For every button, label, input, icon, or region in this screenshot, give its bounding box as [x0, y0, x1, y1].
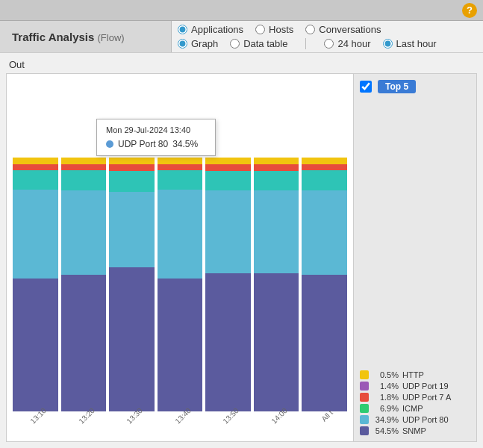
bar-5 [254, 158, 299, 411]
legend-name: HTTP [402, 370, 424, 379]
x-labels: 13:1013:2013:3013:4013:5014:00All t [7, 411, 353, 426]
main-content: Traffic Analysis (Flow) Applications Hos… [0, 21, 483, 448]
bar-stack-2[interactable] [109, 158, 155, 411]
bar-segment [109, 267, 155, 411]
bar-segment [61, 158, 107, 164]
bar-segment [109, 171, 155, 192]
bar-segment [254, 273, 299, 411]
bar-segment [205, 273, 251, 411]
legend-pct: 54.5% [373, 426, 399, 435]
tab-conversations[interactable]: Conversations [305, 24, 381, 35]
legend-item-4: 34.9%UDP Port 80 [360, 415, 470, 424]
bar-segment [158, 190, 203, 279]
tooltip-title: Mon 29-Jul-2024 13:40 [106, 125, 206, 134]
tooltip-row: UDP Port 80 34.5% [106, 139, 206, 149]
legend-item-0: 0.5%HTTP [360, 370, 470, 379]
page-title: Traffic Analysis (Flow) [12, 31, 125, 43]
legend-color-swatch [360, 415, 369, 424]
bar-segment [158, 170, 203, 190]
legend-color-swatch [360, 426, 369, 435]
legend-pct: 6.9% [373, 404, 399, 413]
bar-segment [158, 164, 203, 171]
bar-3 [158, 158, 203, 411]
legend-item-3: 6.9%ICMP [360, 404, 470, 413]
option-graph[interactable]: Graph [178, 38, 218, 49]
bar-segment [158, 279, 203, 412]
bar-segment [205, 171, 251, 191]
top-bar: ? [0, 0, 483, 21]
legend-name: ICMP [402, 404, 423, 413]
option-datatable[interactable]: Data table [230, 38, 287, 49]
bar-1 [61, 158, 107, 411]
bar-segment [254, 171, 299, 191]
bar-segment [302, 190, 347, 275]
bar-segment [13, 170, 58, 190]
bar-stack-6[interactable] [302, 158, 347, 411]
bar-segment [158, 158, 203, 164]
bar-stack-5[interactable] [254, 158, 299, 411]
bar-segment [13, 279, 58, 412]
bar-segment [254, 158, 299, 164]
tooltip-value: 34.5% [172, 139, 198, 149]
legend-color-swatch [360, 393, 369, 402]
bar-stack-0[interactable] [13, 158, 58, 411]
legend-pct: 1.8% [373, 393, 399, 402]
header-section: Traffic Analysis (Flow) Applications Hos… [0, 21, 483, 53]
legend-item-5: 54.5%SNMP [360, 426, 470, 435]
legend-checkbox[interactable] [360, 81, 372, 93]
chart-section: Out 13:1013:2013:3013:4013:5014:00All t … [0, 53, 483, 448]
bar-segment [109, 164, 155, 171]
legend-area: Top 5 0.5%HTTP1.4%UDP Port 191.8%UDP Por… [353, 74, 476, 441]
bar-segment [254, 164, 299, 171]
help-icon[interactable]: ? [462, 3, 477, 18]
chart-container: 13:1013:2013:3013:4013:5014:00All t Mon … [6, 73, 477, 442]
top5-badge: Top 5 [378, 80, 416, 93]
legend-item-1: 1.4%UDP Port 19 [360, 382, 470, 391]
bar-segment [61, 190, 107, 275]
bar-segment [302, 170, 347, 190]
legend-name: SNMP [402, 426, 426, 435]
bar-segment [205, 190, 251, 273]
bar-2 [109, 158, 155, 411]
bar-segment [13, 190, 58, 279]
bar-segment [109, 158, 155, 164]
bar-segment [61, 275, 107, 411]
bar-segment [302, 164, 347, 171]
title-area: Traffic Analysis (Flow) [0, 21, 172, 52]
legend-name: UDP Port 7 A [402, 393, 451, 402]
bar-stack-1[interactable] [61, 158, 107, 411]
bar-segment [61, 170, 107, 190]
bar-segment [205, 158, 251, 164]
separator [305, 38, 306, 49]
tooltip: Mon 29-Jul-2024 13:40 UDP Port 80 34.5% [96, 119, 216, 156]
bar-stack-4[interactable] [205, 158, 251, 411]
bar-segment [61, 164, 107, 171]
legend-color-swatch [360, 404, 369, 413]
tab-hosts[interactable]: Hosts [255, 24, 293, 35]
bar-segment [254, 190, 299, 273]
tab-applications[interactable]: Applications [178, 24, 243, 35]
nav-options: Graph Data table 24 hour Last hour [178, 38, 477, 49]
bar-segment [13, 164, 58, 171]
legend-items: 0.5%HTTP1.4%UDP Port 191.8%UDP Port 7 A6… [360, 370, 470, 435]
bar-segment [109, 192, 155, 267]
legend-name: UDP Port 80 [402, 415, 449, 424]
bar-stack-3[interactable] [158, 158, 203, 411]
legend-pct: 1.4% [373, 382, 399, 391]
legend-header: Top 5 [360, 80, 470, 93]
bar-segment [302, 275, 347, 411]
tooltip-dot [106, 140, 113, 148]
legend-pct: 34.9% [373, 415, 399, 424]
tooltip-label: UDP Port 80 [118, 139, 168, 149]
legend-name: UDP Port 19 [402, 382, 449, 391]
nav-area: Applications Hosts Conversations Graph [172, 21, 483, 52]
out-label: Out [6, 59, 477, 70]
bar-0 [13, 158, 58, 411]
bars-area: 13:1013:2013:3013:4013:5014:00All t Mon … [7, 74, 353, 441]
bar-segment [205, 164, 251, 171]
option-24hour[interactable]: 24 hour [324, 38, 370, 49]
option-lasthour[interactable]: Last hour [383, 38, 437, 49]
legend-color-swatch [360, 370, 369, 379]
nav-tabs: Applications Hosts Conversations [178, 24, 477, 35]
bar-4 [205, 158, 251, 411]
